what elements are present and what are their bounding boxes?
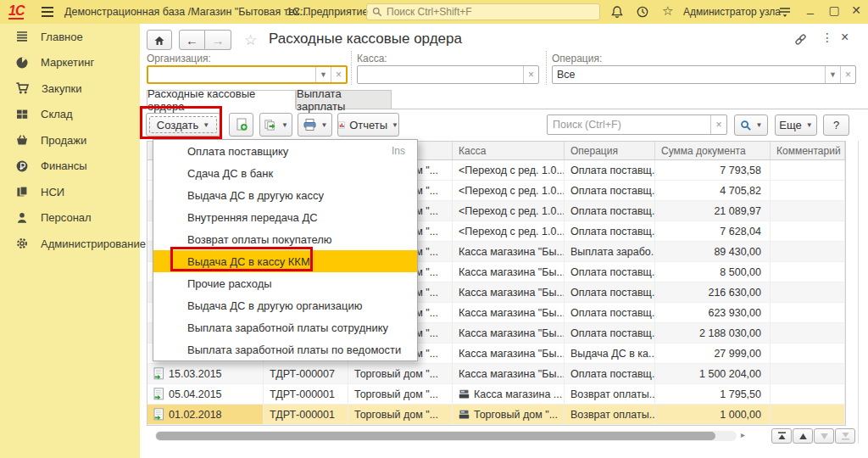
- cell-comment: [771, 201, 845, 221]
- menu-item-2[interactable]: Сдача ДС в банк: [153, 162, 417, 184]
- service-menu-icon[interactable]: [778, 5, 792, 18]
- sidebar-item-grid[interactable]: Склад: [0, 102, 140, 128]
- kassa-value: Касса магазина "Бы...: [459, 348, 565, 360]
- 1c-logo[interactable]: 1С: [8, 3, 24, 20]
- scroll-up-button[interactable]: [793, 428, 813, 444]
- menu-item-6[interactable]: Выдача ДС в кассу ККМ: [153, 250, 417, 272]
- sidebar-item-cart[interactable]: Закупки: [0, 75, 140, 102]
- kassa-clear-icon[interactable]: ×: [523, 66, 538, 83]
- person-icon: [15, 211, 29, 225]
- tab-cash-orders[interactable]: Расходные кассовые ордера: [147, 90, 296, 109]
- cell-operation: Выдача ДС в ка...: [565, 344, 655, 363]
- cell-comment: [771, 282, 845, 302]
- help-button[interactable]: ?: [823, 114, 849, 136]
- cell-kassa: Касса магазина ...: [453, 384, 565, 404]
- kassa-filter-input[interactable]: ×: [357, 65, 539, 84]
- sidebar-item-basket[interactable]: Продажи: [0, 127, 140, 154]
- maximize-button[interactable]: ▢: [826, 3, 843, 17]
- tab-salary-payment[interactable]: Выплата зарплаты: [296, 90, 392, 109]
- cell-comment: [771, 160, 845, 180]
- sidebar-item-menu[interactable]: Главное: [0, 24, 140, 50]
- search-settings-button[interactable]: ▼: [734, 114, 768, 136]
- history-icon[interactable]: [636, 5, 649, 19]
- cell-organization: Торговый дом "...: [348, 405, 453, 424]
- column-header-comment[interactable]: Комментарий: [771, 142, 845, 159]
- operation-dropdown-icon[interactable]: ▼: [825, 66, 840, 83]
- operation-clear-icon[interactable]: ×: [840, 66, 855, 83]
- sidebar-item-books[interactable]: НСИ: [0, 179, 140, 205]
- cell-sum: 216 630,00: [655, 282, 771, 302]
- scroll-top-button[interactable]: [771, 428, 792, 444]
- forward-button[interactable]: →: [205, 30, 231, 50]
- table-row[interactable]: 15.03.2015ТДРТ-000007Торговый дом "...Ка…: [147, 364, 845, 384]
- menu-item-9[interactable]: Выплата заработной платы сотруднику: [153, 316, 417, 338]
- print-button[interactable]: ▼: [298, 113, 332, 137]
- cell-kassa: Касса магазина "Бы...: [453, 282, 565, 302]
- horizontal-scrollbar-thumb[interactable]: [156, 432, 715, 440]
- sidebar-item-ruble[interactable]: Финансы: [0, 154, 140, 180]
- horizontal-scrollbar[interactable]: [155, 431, 737, 441]
- kassa-filter-label: Касса:: [357, 53, 387, 64]
- reports-button[interactable]: Отчеты▼: [337, 113, 399, 137]
- menu-item-8[interactable]: Выдача ДС в другую организацию: [153, 294, 417, 316]
- copy-button[interactable]: ▼: [259, 113, 292, 137]
- menu-item-1[interactable]: Оплата поставщикуIns: [153, 140, 417, 162]
- date-value: 05.04.2015: [169, 388, 222, 400]
- org-filter-label: Организация:: [147, 53, 211, 64]
- menu-item-10[interactable]: Выплата заработной платы по ведомости: [153, 338, 417, 360]
- home-button[interactable]: [147, 30, 172, 50]
- menu-item-4[interactable]: Внутренняя передача ДС: [153, 206, 417, 228]
- scroll-bottom-button[interactable]: [835, 428, 855, 444]
- menu-item-3[interactable]: Выдача ДС в другую кассу: [153, 184, 417, 206]
- favorite-star-icon[interactable]: ☆: [244, 31, 257, 49]
- close-form-button[interactable]: ×: [841, 30, 849, 45]
- main-menu-icon[interactable]: [41, 6, 54, 18]
- operation-filter-input[interactable]: Все ▼ ×: [552, 65, 856, 84]
- more-button[interactable]: Еще▼: [775, 114, 817, 136]
- cell-sum: 27 999,00: [655, 344, 771, 363]
- current-user[interactable]: Администратор узла: [683, 6, 781, 18]
- global-search-input[interactable]: Поиск Ctrl+Shift+F: [366, 3, 600, 20]
- org-clear-icon[interactable]: ×: [331, 67, 346, 82]
- back-button[interactable]: ←: [179, 30, 205, 50]
- cell-comment: [771, 384, 845, 404]
- minimize-button[interactable]: _: [802, 1, 819, 14]
- column-header-operation[interactable]: Операция: [565, 142, 655, 159]
- date-value: 01.02.2018: [169, 409, 222, 421]
- sidebar-item-gear[interactable]: Администрирование: [0, 231, 140, 257]
- cell-comment: [771, 221, 845, 241]
- sidebar-item-person[interactable]: Персонал: [0, 205, 140, 232]
- more-menu-icon[interactable]: ⋮: [821, 31, 833, 43]
- table-row[interactable]: 01.02.2018ТДРТ-000001Торговый дом "...То…: [147, 405, 845, 425]
- notifications-bell-icon[interactable]: [610, 5, 624, 19]
- cell-sum: 7 628,04: [655, 221, 771, 241]
- favorites-star-icon[interactable]: ☆: [662, 3, 673, 19]
- org-filter-input[interactable]: ▼ ×: [147, 65, 348, 84]
- column-header-kassa[interactable]: Касса: [453, 142, 565, 159]
- close-window-button[interactable]: ✕: [848, 3, 865, 17]
- cell-comment: [771, 344, 845, 363]
- link-icon[interactable]: [793, 32, 808, 47]
- cell-date: 01.02.2018: [147, 405, 264, 424]
- create-new-icon-button[interactable]: [229, 113, 253, 137]
- ruble-icon: [15, 159, 29, 173]
- column-header-sum[interactable]: Сумма документа: [655, 142, 771, 159]
- table-row[interactable]: 05.04.2015ТДРТ-000001Торговый дом "...Ка…: [147, 384, 845, 405]
- scroll-down-button[interactable]: [814, 428, 834, 444]
- kassa-filter-value: [358, 66, 523, 83]
- global-search-placeholder: Поиск Ctrl+Shift+F: [387, 6, 472, 18]
- list-search-clear-icon[interactable]: ×: [710, 115, 726, 134]
- cell-operation: Возврат оплаты...: [565, 384, 655, 404]
- cell-number: ТДРТ-000001: [264, 384, 348, 404]
- menu-item-5[interactable]: Возврат оплаты покупателю: [153, 228, 417, 250]
- sidebar-item-pie[interactable]: Маркетинг: [0, 50, 140, 76]
- create-button[interactable]: Создать▼: [146, 113, 220, 137]
- sidebar-item-label: Маркетинг: [41, 56, 94, 69]
- kassa-value: Касса магазина "Бы...: [459, 368, 565, 380]
- menu-item-label: Прочие расходы: [187, 277, 272, 290]
- list-search-input[interactable]: Поиск (Ctrl+F) ×: [547, 114, 727, 135]
- menu-item-7[interactable]: Прочие расходы: [153, 272, 417, 294]
- kassa-value: <Переход с ред. 1.0...: [459, 226, 565, 237]
- org-dropdown-icon[interactable]: ▼: [315, 67, 331, 82]
- scroll-right-icon[interactable]: ▸: [741, 430, 745, 439]
